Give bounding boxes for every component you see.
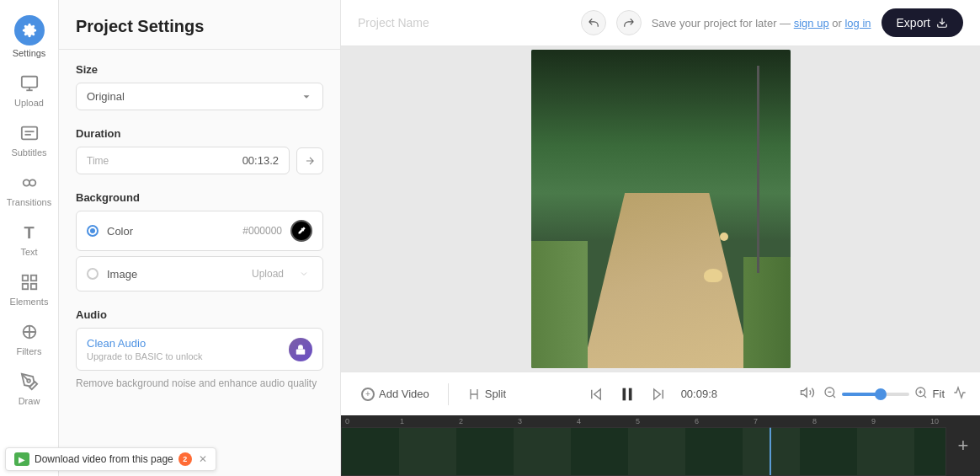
timeline-filmstrip — [341, 427, 946, 476]
sidebar-item-subtitles[interactable]: Subtitles — [0, 115, 58, 164]
ruler-6: 6 — [695, 417, 699, 425]
redo-button[interactable] — [616, 10, 642, 35]
add-video-button[interactable]: + Add Video — [354, 383, 436, 405]
ruler-3: 3 — [518, 417, 522, 425]
chevron-down-icon — [301, 91, 312, 103]
playhead-line — [770, 428, 771, 475]
timeline-add-button[interactable]: + — [951, 433, 976, 458]
ruler-4: 4 — [577, 417, 581, 425]
sidebar-item-transitions[interactable]: Transitions — [0, 164, 58, 214]
ruler-2: 2 — [459, 417, 463, 425]
remove-bg-section: Remove background noise and enhance audi… — [76, 377, 323, 389]
volume-button[interactable] — [800, 385, 815, 404]
sidebar-item-elements[interactable]: Elements — [0, 264, 58, 313]
sidebar-label-draw: Draw — [19, 396, 40, 406]
duration-expand-button[interactable] — [296, 147, 323, 174]
draw-icon — [18, 370, 41, 393]
zoom-slider[interactable] — [842, 393, 909, 396]
video-pole — [757, 66, 759, 273]
export-icon — [936, 17, 948, 29]
sidebar-label-filters: Filters — [17, 346, 42, 356]
zoom-out-button[interactable] — [823, 386, 837, 403]
svg-rect-21 — [622, 388, 626, 400]
ruler-9: 9 — [871, 417, 876, 425]
redo-icon — [623, 17, 635, 29]
color-hex-value: #000000 — [242, 225, 282, 237]
sidebar-item-text[interactable]: T Text — [0, 214, 58, 264]
upload-icon — [18, 72, 41, 95]
pause-button[interactable] — [612, 379, 642, 409]
duration-input[interactable]: Time 00:13.2 — [76, 147, 290, 174]
time-display: 00:09:8 — [681, 388, 717, 400]
subtitles-icon — [18, 121, 41, 145]
sidebar-label-upload: Upload — [14, 98, 44, 108]
pause-icon — [618, 385, 636, 404]
duration-section: Duration Time 00:13.2 — [76, 127, 323, 174]
sidebar-item-upload[interactable]: Upload — [0, 65, 58, 115]
skip-forward-button[interactable] — [651, 387, 666, 402]
zoom-thumb — [875, 388, 887, 400]
image-label: Image — [107, 268, 137, 281]
add-video-circle-icon: + — [361, 388, 375, 401]
download-banner: ▶ Download video from this page 2 ✕ — [5, 447, 216, 471]
text-icon: T — [18, 221, 41, 244]
image-upload-button[interactable]: Upload — [252, 268, 284, 280]
sign-up-link[interactable]: sign up — [794, 17, 829, 29]
duration-value: 00:13.2 — [242, 154, 279, 167]
zoom-out-icon — [823, 386, 837, 399]
zoom-in-icon — [914, 386, 928, 399]
zoom-in-button[interactable] — [914, 386, 928, 403]
svg-rect-4 — [21, 127, 36, 140]
audio-name: Clean Audio — [87, 337, 203, 350]
video-preview — [531, 50, 791, 368]
main-area: Project Name Save your project for later… — [341, 0, 980, 476]
banner-close-button[interactable]: ✕ — [199, 453, 207, 465]
sidebar-item-filters[interactable]: Filters — [0, 313, 58, 363]
zoom-controls: Fit — [823, 386, 945, 403]
sidebar-item-draw[interactable]: Draw — [0, 363, 58, 413]
size-select[interactable]: Original — [76, 83, 323, 110]
undo-button[interactable] — [581, 10, 606, 35]
skip-forward-icon — [651, 387, 666, 402]
audio-label: Audio — [76, 308, 323, 321]
settings-icon — [14, 15, 45, 45]
background-image-option[interactable]: Image Upload — [76, 256, 323, 291]
ruler-1: 1 — [400, 417, 404, 425]
skip-back-icon — [589, 387, 604, 402]
sidebar-item-settings[interactable]: Settings — [0, 8, 58, 65]
color-picker-icon — [296, 226, 306, 236]
svg-marker-25 — [801, 388, 807, 397]
export-label: Export — [897, 16, 930, 29]
export-button[interactable]: Export — [881, 8, 963, 37]
project-name[interactable]: Project Name — [358, 16, 571, 29]
color-radio[interactable] — [87, 225, 99, 237]
zoom-fit-label[interactable]: Fit — [933, 388, 945, 400]
svg-rect-12 — [22, 284, 27, 289]
canvas-area — [341, 46, 980, 372]
ruler-8: 8 — [812, 417, 817, 425]
top-bar-actions: Save your project for later — sign up or… — [581, 8, 963, 37]
video-grass-left — [531, 241, 589, 368]
add-video-label: Add Video — [379, 388, 429, 400]
video-grass-right — [743, 257, 790, 368]
svg-line-27 — [833, 395, 835, 398]
background-color-option[interactable]: Color #000000 — [76, 211, 323, 251]
image-radio[interactable] — [87, 268, 99, 280]
audio-sub: Upgrade to BASIC to unlock — [87, 351, 203, 361]
timeline-track[interactable] — [341, 427, 946, 476]
svg-rect-10 — [30, 275, 35, 281]
split-icon — [467, 388, 481, 401]
split-button[interactable]: Split — [461, 383, 513, 405]
arrows-icon — [304, 155, 316, 167]
audio-info: Clean Audio Upgrade to BASIC to unlock — [87, 337, 203, 361]
sidebar-label-elements: Elements — [10, 297, 49, 307]
skip-back-button[interactable] — [589, 387, 604, 402]
waveform-icon — [953, 386, 967, 399]
settings-panel: Project Settings Size Original Duration … — [59, 0, 341, 476]
waveform-button[interactable] — [953, 386, 967, 403]
audio-upgrade-icon[interactable] — [289, 338, 312, 361]
log-in-link[interactable]: log in — [844, 17, 871, 29]
color-swatch[interactable] — [290, 220, 312, 242]
sidebar-label-subtitles: Subtitles — [11, 147, 46, 158]
remove-bg-text: Remove background noise and enhance audi… — [76, 377, 323, 389]
